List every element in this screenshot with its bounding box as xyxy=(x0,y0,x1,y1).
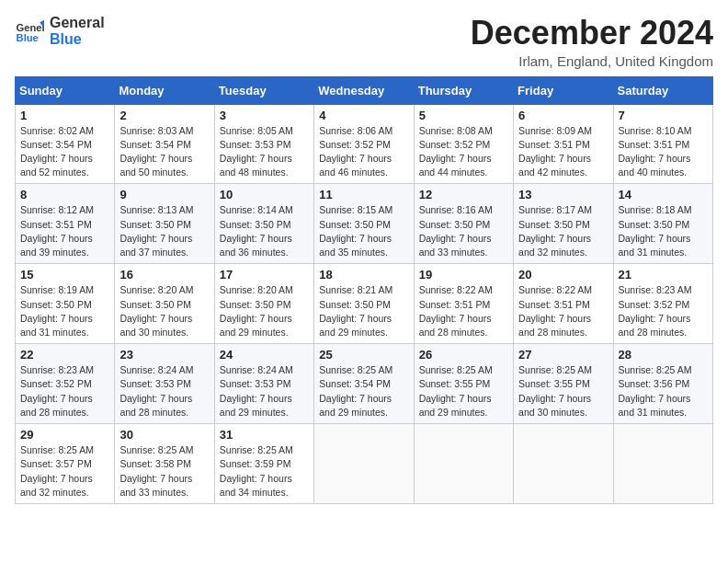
svg-text:General: General xyxy=(17,22,44,33)
day-info: Sunrise: 8:21 AMSunset: 3:50 PMDaylight:… xyxy=(319,283,408,339)
calendar-cell: 8Sunrise: 8:12 AMSunset: 3:51 PMDaylight… xyxy=(16,184,115,264)
calendar-cell: 31Sunrise: 8:25 AMSunset: 3:59 PMDayligh… xyxy=(214,424,313,504)
day-number: 22 xyxy=(20,348,109,362)
day-info: Sunrise: 8:17 AMSunset: 3:50 PMDaylight:… xyxy=(518,203,608,259)
day-info: Sunrise: 8:25 AMSunset: 3:59 PMDaylight:… xyxy=(220,443,309,500)
calendar-header-row: SundayMondayTuesdayWednesdayThursdayFrid… xyxy=(16,76,713,104)
calendar-cell: 18Sunrise: 8:21 AMSunset: 3:50 PMDayligh… xyxy=(314,264,414,344)
page-header: General Blue General Blue December 2024 … xyxy=(15,15,713,69)
day-info: Sunrise: 8:22 AMSunset: 3:51 PMDaylight:… xyxy=(518,283,608,339)
day-number: 4 xyxy=(319,109,408,122)
day-number: 27 xyxy=(518,348,608,362)
weekday-header-sunday: Sunday xyxy=(16,76,115,104)
calendar-cell xyxy=(514,424,613,504)
calendar-cell: 29Sunrise: 8:25 AMSunset: 3:57 PMDayligh… xyxy=(16,424,115,504)
day-number: 28 xyxy=(619,348,708,362)
day-info: Sunrise: 8:24 AMSunset: 3:53 PMDaylight:… xyxy=(220,363,309,419)
week-row-1: 1Sunrise: 8:02 AMSunset: 3:54 PMDaylight… xyxy=(16,104,713,184)
calendar-cell: 9Sunrise: 8:13 AMSunset: 3:50 PMDaylight… xyxy=(115,184,214,264)
svg-text:Blue: Blue xyxy=(17,33,39,44)
day-number: 26 xyxy=(419,348,508,362)
calendar-table: SundayMondayTuesdayWednesdayThursdayFrid… xyxy=(15,76,713,504)
weekday-header-monday: Monday xyxy=(115,76,214,104)
day-info: Sunrise: 8:25 AMSunset: 3:58 PMDaylight:… xyxy=(119,443,209,500)
weekday-header-wednesday: Wednesday xyxy=(314,76,414,104)
calendar-cell: 25Sunrise: 8:25 AMSunset: 3:54 PMDayligh… xyxy=(314,344,414,424)
week-row-4: 22Sunrise: 8:23 AMSunset: 3:52 PMDayligh… xyxy=(16,344,713,424)
calendar-cell: 5Sunrise: 8:08 AMSunset: 3:52 PMDaylight… xyxy=(414,104,513,184)
title-block: December 2024 Irlam, England, United Kin… xyxy=(471,15,713,69)
day-number: 29 xyxy=(20,428,109,442)
calendar-cell: 7Sunrise: 8:10 AMSunset: 3:51 PMDaylight… xyxy=(613,104,712,184)
calendar-cell: 24Sunrise: 8:24 AMSunset: 3:53 PMDayligh… xyxy=(214,344,313,424)
calendar-cell: 6Sunrise: 8:09 AMSunset: 3:51 PMDaylight… xyxy=(514,104,613,184)
calendar-cell: 26Sunrise: 8:25 AMSunset: 3:55 PMDayligh… xyxy=(414,344,513,424)
day-info: Sunrise: 8:23 AMSunset: 3:52 PMDaylight:… xyxy=(20,363,109,419)
calendar-cell: 19Sunrise: 8:22 AMSunset: 3:51 PMDayligh… xyxy=(414,264,513,344)
calendar-cell: 15Sunrise: 8:19 AMSunset: 3:50 PMDayligh… xyxy=(16,264,115,344)
calendar-cell: 30Sunrise: 8:25 AMSunset: 3:58 PMDayligh… xyxy=(115,424,214,504)
weekday-header-saturday: Saturday xyxy=(613,76,712,104)
logo-line2: Blue xyxy=(50,31,105,48)
weekday-header-tuesday: Tuesday xyxy=(214,76,313,104)
month-title: December 2024 xyxy=(471,15,713,52)
day-number: 7 xyxy=(619,109,708,122)
day-info: Sunrise: 8:16 AMSunset: 3:50 PMDaylight:… xyxy=(419,203,508,259)
calendar-cell: 1Sunrise: 8:02 AMSunset: 3:54 PMDaylight… xyxy=(16,104,115,184)
week-row-5: 29Sunrise: 8:25 AMSunset: 3:57 PMDayligh… xyxy=(16,424,713,504)
day-number: 25 xyxy=(319,348,408,362)
day-number: 2 xyxy=(119,109,209,122)
day-number: 5 xyxy=(419,109,508,122)
day-info: Sunrise: 8:09 AMSunset: 3:51 PMDaylight:… xyxy=(518,124,608,180)
week-row-3: 15Sunrise: 8:19 AMSunset: 3:50 PMDayligh… xyxy=(16,264,713,344)
calendar-cell xyxy=(613,424,712,504)
day-number: 15 xyxy=(20,268,109,282)
day-number: 19 xyxy=(419,268,508,282)
day-number: 3 xyxy=(220,109,309,122)
day-info: Sunrise: 8:12 AMSunset: 3:51 PMDaylight:… xyxy=(20,203,109,259)
calendar-cell: 13Sunrise: 8:17 AMSunset: 3:50 PMDayligh… xyxy=(514,184,613,264)
day-info: Sunrise: 8:20 AMSunset: 3:50 PMDaylight:… xyxy=(119,283,209,339)
day-info: Sunrise: 8:13 AMSunset: 3:50 PMDaylight:… xyxy=(119,203,209,259)
calendar-cell xyxy=(414,424,513,504)
logo-line1: General xyxy=(50,15,105,31)
calendar-cell: 12Sunrise: 8:16 AMSunset: 3:50 PMDayligh… xyxy=(414,184,513,264)
day-number: 13 xyxy=(518,188,608,201)
day-number: 21 xyxy=(619,268,708,282)
day-info: Sunrise: 8:10 AMSunset: 3:51 PMDaylight:… xyxy=(619,124,708,180)
day-number: 9 xyxy=(119,188,209,201)
calendar-cell: 3Sunrise: 8:05 AMSunset: 3:53 PMDaylight… xyxy=(214,104,313,184)
day-number: 12 xyxy=(419,188,508,201)
calendar-cell xyxy=(314,424,414,504)
day-info: Sunrise: 8:25 AMSunset: 3:55 PMDaylight:… xyxy=(419,363,508,419)
calendar-cell: 2Sunrise: 8:03 AMSunset: 3:54 PMDaylight… xyxy=(115,104,214,184)
calendar-cell: 16Sunrise: 8:20 AMSunset: 3:50 PMDayligh… xyxy=(115,264,214,344)
day-number: 14 xyxy=(619,188,708,201)
day-info: Sunrise: 8:24 AMSunset: 3:53 PMDaylight:… xyxy=(119,363,209,419)
calendar-cell: 21Sunrise: 8:23 AMSunset: 3:52 PMDayligh… xyxy=(613,264,712,344)
weekday-header-thursday: Thursday xyxy=(414,76,513,104)
calendar-cell: 28Sunrise: 8:25 AMSunset: 3:56 PMDayligh… xyxy=(613,344,712,424)
day-info: Sunrise: 8:25 AMSunset: 3:55 PMDaylight:… xyxy=(518,363,608,419)
day-info: Sunrise: 8:08 AMSunset: 3:52 PMDaylight:… xyxy=(419,124,508,180)
day-info: Sunrise: 8:06 AMSunset: 3:52 PMDaylight:… xyxy=(319,124,408,180)
day-info: Sunrise: 8:19 AMSunset: 3:50 PMDaylight:… xyxy=(20,283,109,339)
calendar-cell: 23Sunrise: 8:24 AMSunset: 3:53 PMDayligh… xyxy=(115,344,214,424)
day-number: 31 xyxy=(220,428,309,442)
day-info: Sunrise: 8:22 AMSunset: 3:51 PMDaylight:… xyxy=(419,283,508,339)
day-number: 18 xyxy=(319,268,408,282)
day-number: 24 xyxy=(220,348,309,362)
day-info: Sunrise: 8:25 AMSunset: 3:57 PMDaylight:… xyxy=(20,443,109,500)
day-info: Sunrise: 8:02 AMSunset: 3:54 PMDaylight:… xyxy=(20,124,109,180)
day-number: 20 xyxy=(518,268,608,282)
calendar-cell: 10Sunrise: 8:14 AMSunset: 3:50 PMDayligh… xyxy=(214,184,313,264)
calendar-cell: 27Sunrise: 8:25 AMSunset: 3:55 PMDayligh… xyxy=(514,344,613,424)
day-info: Sunrise: 8:14 AMSunset: 3:50 PMDaylight:… xyxy=(220,203,309,259)
calendar-cell: 20Sunrise: 8:22 AMSunset: 3:51 PMDayligh… xyxy=(514,264,613,344)
day-info: Sunrise: 8:03 AMSunset: 3:54 PMDaylight:… xyxy=(119,124,209,180)
day-info: Sunrise: 8:25 AMSunset: 3:54 PMDaylight:… xyxy=(319,363,408,419)
day-number: 30 xyxy=(119,428,209,442)
weekday-header-friday: Friday xyxy=(514,76,613,104)
day-number: 8 xyxy=(20,188,109,201)
day-info: Sunrise: 8:15 AMSunset: 3:50 PMDaylight:… xyxy=(319,203,408,259)
